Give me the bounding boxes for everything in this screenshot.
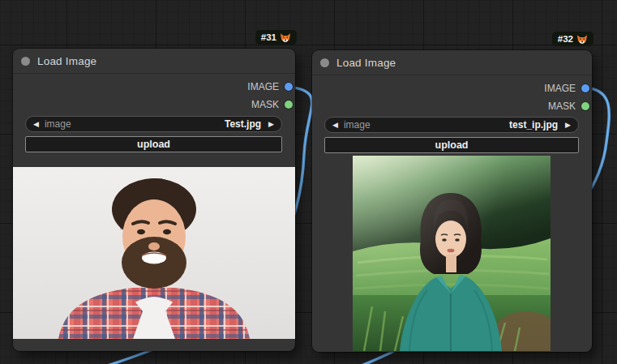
image-output-label: IMAGE bbox=[247, 81, 279, 92]
mask-output-slot[interactable] bbox=[285, 101, 293, 109]
image-output-slot[interactable] bbox=[581, 84, 589, 92]
combo-right-arrow-icon[interactable]: ▶ bbox=[565, 122, 571, 129]
image-file-combo[interactable]: ◀ image test_ip.jpg ▶ bbox=[324, 117, 579, 133]
node-title-bar[interactable]: Load Image bbox=[13, 49, 295, 74]
fox-icon bbox=[280, 32, 291, 43]
node-id-label: #31 bbox=[261, 32, 276, 43]
fox-icon bbox=[576, 34, 588, 45]
node-graph-canvas[interactable]: #31 Load Image IMAGE MASK ◀ bbox=[0, 0, 617, 364]
image-output-slot[interactable] bbox=[285, 83, 293, 91]
combo-left-arrow-icon[interactable]: ◀ bbox=[33, 121, 39, 128]
node-id-label: #32 bbox=[558, 33, 573, 45]
collapse-dot[interactable] bbox=[320, 58, 329, 67]
combo-widget-value: test_ip.jpg bbox=[509, 119, 558, 131]
load-image-node-31[interactable]: #31 Load Image IMAGE MASK ◀ bbox=[13, 49, 295, 351]
mask-output-label: MASK bbox=[251, 99, 279, 110]
mask-output-label: MASK bbox=[548, 101, 576, 112]
node-outputs: IMAGE MASK bbox=[544, 79, 589, 115]
node-id-badge: #31 bbox=[255, 30, 297, 45]
node-title: Load Image bbox=[336, 57, 396, 69]
image-file-combo[interactable]: ◀ image Test.jpg ▶ bbox=[25, 116, 282, 132]
load-image-node-32[interactable]: #32 Load Image IMAGE MASK ◀ bbox=[312, 50, 592, 352]
node-outputs: IMAGE MASK bbox=[247, 78, 293, 113]
output-row-image: IMAGE bbox=[544, 79, 589, 97]
image-preview-man bbox=[13, 167, 295, 339]
collapse-dot[interactable] bbox=[21, 57, 30, 66]
mask-output-slot[interactable] bbox=[581, 102, 589, 110]
node-id-badge: #32 bbox=[552, 32, 593, 46]
output-row-image: IMAGE bbox=[247, 78, 293, 96]
combo-right-arrow-icon[interactable]: ▶ bbox=[268, 121, 274, 128]
upload-button[interactable]: upload bbox=[324, 137, 579, 153]
node-title: Load Image bbox=[37, 55, 96, 67]
combo-widget-name: image bbox=[344, 119, 509, 131]
output-row-mask: MASK bbox=[247, 96, 293, 113]
image-preview-woman bbox=[353, 156, 551, 351]
combo-widget-value: Test.jpg bbox=[225, 118, 261, 130]
output-row-mask: MASK bbox=[544, 97, 589, 115]
image-output-label: IMAGE bbox=[544, 83, 576, 94]
combo-left-arrow-icon[interactable]: ◀ bbox=[332, 122, 338, 129]
node-title-bar[interactable]: Load Image bbox=[312, 50, 592, 75]
combo-widget-name: image bbox=[45, 118, 225, 130]
upload-button[interactable]: upload bbox=[25, 136, 282, 152]
